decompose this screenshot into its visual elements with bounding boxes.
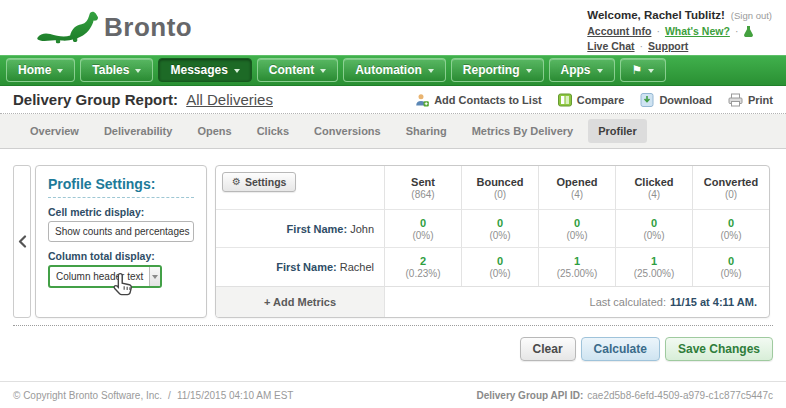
cell-metric-display-select[interactable]: Show counts and percentages bbox=[48, 221, 194, 242]
delivery-group-link[interactable]: All Deliveries bbox=[186, 91, 273, 108]
bronto-dinosaur-icon bbox=[36, 6, 100, 48]
table-cell: 0(0%) bbox=[461, 209, 538, 247]
page-title: Delivery Group Report: All Deliveries bbox=[13, 91, 273, 108]
report-title-label: Delivery Group Report: bbox=[13, 91, 178, 108]
sign-out-link[interactable]: (Sign out) bbox=[731, 10, 772, 21]
download-button[interactable]: Download bbox=[640, 93, 712, 107]
section-divider bbox=[13, 325, 773, 326]
clear-button[interactable]: Clear bbox=[520, 337, 576, 361]
column-header-sent: Sent(864) bbox=[384, 166, 461, 209]
table-cell: 1(25.00%) bbox=[538, 247, 615, 286]
printer-icon bbox=[728, 93, 743, 107]
column-header-converted: Converted(0) bbox=[692, 166, 769, 209]
cell-metric-display-label: Cell metric display: bbox=[48, 206, 194, 218]
tab-profiler[interactable]: Profiler bbox=[588, 119, 647, 143]
copyright-text: © Copyright Bronto Software, Inc. bbox=[13, 390, 162, 401]
bottom-actions: Clear Calculate Save Changes bbox=[520, 337, 773, 361]
table-cell: 0(0%) bbox=[615, 209, 692, 247]
tab-opens[interactable]: Opens bbox=[187, 119, 241, 143]
user-block: Welcome, Rachel Tublitz! (Sign out) Acco… bbox=[587, 8, 772, 53]
page-footer: © Copyright Bronto Software, Inc. / 11/1… bbox=[0, 381, 786, 408]
beaker-icon bbox=[743, 25, 754, 38]
gear-icon: ⚙ bbox=[232, 177, 241, 187]
table-cell: 0(0%) bbox=[461, 247, 538, 286]
nav-item-apps[interactable]: Apps bbox=[549, 58, 615, 82]
nav-item-content[interactable]: Content bbox=[257, 58, 338, 82]
separator-dot: · bbox=[656, 24, 660, 38]
main-nav: Home Tables Messages Content Automation … bbox=[0, 55, 786, 86]
tab-conversions[interactable]: Conversions bbox=[304, 119, 391, 143]
profile-settings-panel: Profile Settings: Cell metric display: S… bbox=[35, 165, 207, 318]
add-contacts-to-list-button[interactable]: Add Contacts to List bbox=[415, 93, 542, 107]
chevron-left-icon bbox=[18, 235, 27, 248]
nav-item-automation[interactable]: Automation bbox=[343, 58, 446, 82]
bronto-logo[interactable]: Bronto bbox=[36, 6, 192, 48]
column-header-clicked: Clicked(4) bbox=[615, 166, 692, 209]
flag-icon: ⚑ bbox=[632, 64, 643, 76]
top-header: Bronto Welcome, Rachel Tublitz! (Sign ou… bbox=[0, 0, 786, 55]
column-header-bounced: Bounced(0) bbox=[461, 166, 538, 209]
chevron-down-icon bbox=[320, 69, 326, 73]
compare-button[interactable]: Compare bbox=[558, 93, 625, 107]
print-button[interactable]: Print bbox=[728, 93, 773, 107]
support-link[interactable]: Support bbox=[648, 39, 688, 53]
whats-new-link[interactable]: What's New? bbox=[665, 24, 730, 38]
column-total-display-select[interactable]: Column header text bbox=[48, 265, 162, 288]
column-total-display-label: Column total display: bbox=[48, 250, 194, 262]
api-id-label: Delivery Group API ID: bbox=[476, 390, 583, 401]
report-tabs: Overview Deliverability Opens Clicks Con… bbox=[0, 114, 786, 149]
column-header-opened: Opened(4) bbox=[538, 166, 615, 209]
footer-timestamp: 11/15/2015 04:10 AM EST bbox=[177, 390, 294, 401]
nav-item-home[interactable]: Home bbox=[6, 58, 75, 82]
tab-deliverability[interactable]: Deliverability bbox=[94, 119, 182, 143]
tab-overview[interactable]: Overview bbox=[20, 119, 89, 143]
add-metrics-button[interactable]: + Add Metrics bbox=[216, 286, 384, 317]
profiler-table: ⚙ Settings Sent(864) Bounced(0) Opened(4… bbox=[215, 165, 770, 318]
row-label-john: First Name:John bbox=[216, 209, 384, 247]
account-info-link[interactable]: Account Info bbox=[587, 24, 651, 38]
title-divider bbox=[48, 197, 194, 198]
table-settings-button[interactable]: ⚙ Settings bbox=[222, 172, 296, 192]
hand-cursor-icon bbox=[110, 272, 137, 300]
dropdown-arrow-icon bbox=[149, 267, 160, 286]
compare-icon bbox=[558, 93, 572, 107]
welcome-text: Welcome, Rachel Tublitz! bbox=[587, 9, 725, 21]
tab-clicks[interactable]: Clicks bbox=[247, 119, 299, 143]
download-icon bbox=[640, 93, 654, 107]
table-cell: 2(0.23%) bbox=[384, 247, 461, 286]
report-header: Delivery Group Report: All Deliveries Ad… bbox=[0, 86, 786, 114]
row-label-rachel: First Name:Rachel bbox=[216, 247, 384, 286]
table-cell: 0(0%) bbox=[692, 247, 769, 286]
logo-text: Bronto bbox=[104, 12, 192, 43]
nav-item-reporting[interactable]: Reporting bbox=[451, 58, 544, 82]
footer-separator: / bbox=[168, 390, 171, 401]
live-chat-link[interactable]: Live Chat bbox=[587, 39, 634, 53]
tab-metrics-by-delivery[interactable]: Metrics By Delivery bbox=[462, 119, 584, 143]
separator-dot: · bbox=[640, 39, 644, 53]
api-id-value: cae2d5b8-6efd-4509-a979-c1c877c5447c bbox=[587, 390, 773, 401]
table-cell: 0(0%) bbox=[384, 209, 461, 247]
table-cell: 1(25.00%) bbox=[615, 247, 692, 286]
chevron-down-icon bbox=[597, 69, 603, 73]
separator-dot: · bbox=[735, 24, 739, 38]
table-header-settings-cell: ⚙ Settings bbox=[216, 166, 384, 209]
save-changes-button[interactable]: Save Changes bbox=[665, 337, 773, 361]
add-contact-icon bbox=[415, 93, 429, 107]
table-cell: 0(0%) bbox=[538, 209, 615, 247]
table-cell: 0(0%) bbox=[692, 209, 769, 247]
page: Bronto Welcome, Rachel Tublitz! (Sign ou… bbox=[0, 0, 786, 408]
chevron-down-icon bbox=[57, 69, 63, 73]
nav-item-messages[interactable]: Messages bbox=[158, 58, 251, 82]
last-calculated: Last calculated: 11/15 at 4:11 AM. bbox=[384, 286, 769, 317]
chevron-down-icon bbox=[135, 69, 141, 73]
chevron-down-icon bbox=[648, 69, 654, 73]
nav-item-flag-menu[interactable]: ⚑ bbox=[620, 58, 667, 82]
chevron-down-icon bbox=[428, 69, 434, 73]
calculate-button[interactable]: Calculate bbox=[581, 337, 660, 361]
profile-settings-title: Profile Settings: bbox=[48, 176, 194, 192]
content-area: Profile Settings: Cell metric display: S… bbox=[0, 149, 786, 381]
chevron-down-icon bbox=[526, 69, 532, 73]
nav-item-tables[interactable]: Tables bbox=[80, 58, 153, 82]
collapse-settings-panel[interactable] bbox=[13, 165, 31, 318]
tab-sharing[interactable]: Sharing bbox=[396, 119, 457, 143]
